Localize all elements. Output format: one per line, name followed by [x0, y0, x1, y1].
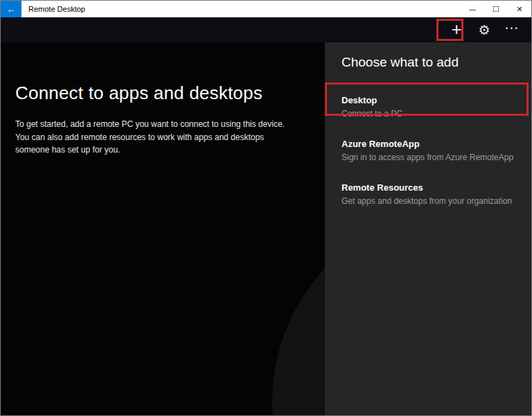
- window-title: Remote Desktop: [28, 5, 461, 13]
- maximize-icon: ☐: [493, 5, 499, 14]
- back-arrow-icon: ←: [7, 4, 16, 15]
- page-title: Connect to apps and desktops: [15, 83, 307, 104]
- settings-button[interactable]: ⚙: [470, 18, 498, 42]
- menu-item-label: Remote Resources: [342, 182, 524, 193]
- back-button[interactable]: ←: [1, 1, 21, 17]
- plus-icon: +: [451, 20, 461, 38]
- connection-center-pane: Connect to apps and desktops To get star…: [1, 42, 325, 415]
- close-icon: ✕: [516, 5, 522, 14]
- menu-item-label: Desktop: [342, 95, 524, 105]
- close-button[interactable]: ✕: [508, 1, 531, 17]
- more-button[interactable]: ⋯: [498, 18, 526, 42]
- content-area: Connect to apps and desktops To get star…: [1, 42, 531, 415]
- remote-desktop-window: ← Remote Desktop — ☐ ✕ + ⚙ ⋯: [0, 0, 532, 416]
- menu-item-remote-resources[interactable]: Remote Resources Get apps and desktops f…: [342, 177, 524, 212]
- add-flyout-panel: Choose what to add Desktop Connect to a …: [325, 42, 531, 415]
- menu-item-description: Connect to a PC: [342, 109, 524, 119]
- ellipsis-icon: ⋯: [505, 19, 520, 36]
- empty-state-description: To get started, add a remote PC you want…: [15, 118, 291, 157]
- flyout-title: Choose what to add: [342, 55, 524, 70]
- titlebar: ← Remote Desktop — ☐ ✕: [1, 1, 531, 17]
- menu-item-azure-remoteapp[interactable]: Azure RemoteApp Sign in to access apps f…: [342, 133, 524, 168]
- menu-item-description: Get apps and desktops from your organiza…: [342, 196, 524, 206]
- minimize-icon: —: [469, 5, 477, 14]
- add-button[interactable]: +: [443, 18, 470, 42]
- minimize-button[interactable]: —: [461, 1, 484, 17]
- menu-item-desktop[interactable]: Desktop Connect to a PC: [342, 89, 524, 125]
- gear-icon: ⚙: [478, 22, 490, 38]
- menu-item-description: Sign in to access apps from Azure Remote…: [342, 153, 524, 162]
- menu-item-label: Azure RemoteApp: [342, 139, 524, 149]
- window-controls: — ☐ ✕: [461, 1, 531, 17]
- maximize-button[interactable]: ☐: [484, 1, 508, 17]
- command-bar: + ⚙ ⋯: [1, 17, 531, 42]
- decorative-circle: [272, 207, 325, 415]
